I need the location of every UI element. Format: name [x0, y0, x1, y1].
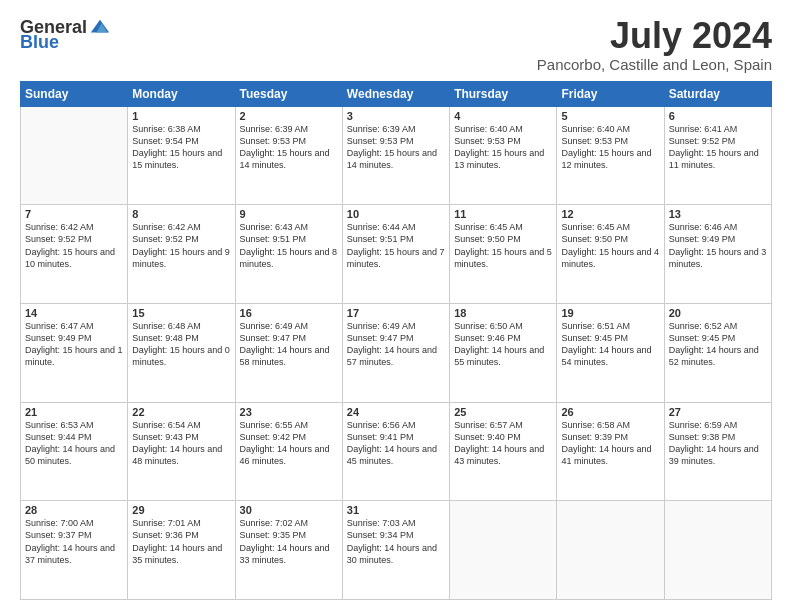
- cell-info: Sunrise: 6:45 AM Sunset: 9:50 PM Dayligh…: [561, 221, 659, 270]
- sunset-text: Sunset: 9:50 PM: [561, 234, 628, 244]
- cell-info: Sunrise: 6:55 AM Sunset: 9:42 PM Dayligh…: [240, 419, 338, 468]
- daylight-text: Daylight: 15 hours and 0 minutes.: [132, 345, 230, 367]
- header-wednesday: Wednesday: [342, 81, 449, 106]
- cell-info: Sunrise: 7:02 AM Sunset: 9:35 PM Dayligh…: [240, 517, 338, 566]
- daylight-text: Daylight: 14 hours and 55 minutes.: [454, 345, 544, 367]
- table-row: 27 Sunrise: 6:59 AM Sunset: 9:38 PM Dayl…: [664, 402, 771, 501]
- day-number: 27: [669, 406, 767, 418]
- daylight-text: Daylight: 15 hours and 1 minute.: [25, 345, 123, 367]
- header-thursday: Thursday: [450, 81, 557, 106]
- sunrise-text: Sunrise: 6:39 AM: [240, 124, 309, 134]
- day-number: 15: [132, 307, 230, 319]
- daylight-text: Daylight: 15 hours and 12 minutes.: [561, 148, 651, 170]
- sunrise-text: Sunrise: 6:54 AM: [132, 420, 201, 430]
- daylight-text: Daylight: 14 hours and 57 minutes.: [347, 345, 437, 367]
- table-row: [21, 106, 128, 205]
- table-row: 25 Sunrise: 6:57 AM Sunset: 9:40 PM Dayl…: [450, 402, 557, 501]
- daylight-text: Daylight: 15 hours and 11 minutes.: [669, 148, 759, 170]
- table-row: 11 Sunrise: 6:45 AM Sunset: 9:50 PM Dayl…: [450, 205, 557, 304]
- daylight-text: Daylight: 14 hours and 41 minutes.: [561, 444, 651, 466]
- sunrise-text: Sunrise: 6:52 AM: [669, 321, 738, 331]
- page: General Blue July 2024 Pancorbo, Castill…: [0, 0, 792, 612]
- sunset-text: Sunset: 9:49 PM: [25, 333, 92, 343]
- sunset-text: Sunset: 9:49 PM: [669, 234, 736, 244]
- cell-info: Sunrise: 6:51 AM Sunset: 9:45 PM Dayligh…: [561, 320, 659, 369]
- cell-info: Sunrise: 6:38 AM Sunset: 9:54 PM Dayligh…: [132, 123, 230, 172]
- sunrise-text: Sunrise: 6:41 AM: [669, 124, 738, 134]
- sunrise-text: Sunrise: 6:48 AM: [132, 321, 201, 331]
- day-number: 22: [132, 406, 230, 418]
- table-row: 13 Sunrise: 6:46 AM Sunset: 9:49 PM Dayl…: [664, 205, 771, 304]
- day-number: 24: [347, 406, 445, 418]
- sunset-text: Sunset: 9:51 PM: [240, 234, 307, 244]
- sunset-text: Sunset: 9:44 PM: [25, 432, 92, 442]
- cell-info: Sunrise: 6:57 AM Sunset: 9:40 PM Dayligh…: [454, 419, 552, 468]
- sunrise-text: Sunrise: 6:47 AM: [25, 321, 94, 331]
- calendar: Sunday Monday Tuesday Wednesday Thursday…: [20, 81, 772, 600]
- header: General Blue July 2024 Pancorbo, Castill…: [20, 16, 772, 73]
- cell-info: Sunrise: 6:42 AM Sunset: 9:52 PM Dayligh…: [25, 221, 123, 270]
- daylight-text: Daylight: 15 hours and 15 minutes.: [132, 148, 222, 170]
- table-row: 1 Sunrise: 6:38 AM Sunset: 9:54 PM Dayli…: [128, 106, 235, 205]
- sunset-text: Sunset: 9:41 PM: [347, 432, 414, 442]
- daylight-text: Daylight: 15 hours and 7 minutes.: [347, 247, 445, 269]
- daylight-text: Daylight: 15 hours and 4 minutes.: [561, 247, 659, 269]
- calendar-week-row: 21 Sunrise: 6:53 AM Sunset: 9:44 PM Dayl…: [21, 402, 772, 501]
- table-row: 12 Sunrise: 6:45 AM Sunset: 9:50 PM Dayl…: [557, 205, 664, 304]
- sunrise-text: Sunrise: 6:45 AM: [454, 222, 523, 232]
- sunset-text: Sunset: 9:50 PM: [454, 234, 521, 244]
- table-row: 22 Sunrise: 6:54 AM Sunset: 9:43 PM Dayl…: [128, 402, 235, 501]
- daylight-text: Daylight: 14 hours and 37 minutes.: [25, 543, 115, 565]
- sunset-text: Sunset: 9:52 PM: [25, 234, 92, 244]
- sunset-text: Sunset: 9:48 PM: [132, 333, 199, 343]
- sunset-text: Sunset: 9:54 PM: [132, 136, 199, 146]
- sunset-text: Sunset: 9:36 PM: [132, 530, 199, 540]
- sunset-text: Sunset: 9:53 PM: [347, 136, 414, 146]
- cell-info: Sunrise: 6:48 AM Sunset: 9:48 PM Dayligh…: [132, 320, 230, 369]
- sunrise-text: Sunrise: 6:56 AM: [347, 420, 416, 430]
- table-row: 17 Sunrise: 6:49 AM Sunset: 9:47 PM Dayl…: [342, 303, 449, 402]
- day-number: 10: [347, 208, 445, 220]
- daylight-text: Daylight: 15 hours and 5 minutes.: [454, 247, 552, 269]
- cell-info: Sunrise: 7:01 AM Sunset: 9:36 PM Dayligh…: [132, 517, 230, 566]
- daylight-text: Daylight: 14 hours and 52 minutes.: [669, 345, 759, 367]
- cell-info: Sunrise: 6:39 AM Sunset: 9:53 PM Dayligh…: [347, 123, 445, 172]
- sunset-text: Sunset: 9:37 PM: [25, 530, 92, 540]
- daylight-text: Daylight: 14 hours and 33 minutes.: [240, 543, 330, 565]
- cell-info: Sunrise: 6:53 AM Sunset: 9:44 PM Dayligh…: [25, 419, 123, 468]
- table-row: 31 Sunrise: 7:03 AM Sunset: 9:34 PM Dayl…: [342, 501, 449, 600]
- table-row: 21 Sunrise: 6:53 AM Sunset: 9:44 PM Dayl…: [21, 402, 128, 501]
- sunrise-text: Sunrise: 7:01 AM: [132, 518, 201, 528]
- day-number: 31: [347, 504, 445, 516]
- cell-info: Sunrise: 6:45 AM Sunset: 9:50 PM Dayligh…: [454, 221, 552, 270]
- daylight-text: Daylight: 15 hours and 10 minutes.: [25, 247, 115, 269]
- sunrise-text: Sunrise: 6:39 AM: [347, 124, 416, 134]
- table-row: 28 Sunrise: 7:00 AM Sunset: 9:37 PM Dayl…: [21, 501, 128, 600]
- header-saturday: Saturday: [664, 81, 771, 106]
- sunrise-text: Sunrise: 6:42 AM: [132, 222, 201, 232]
- daylight-text: Daylight: 15 hours and 13 minutes.: [454, 148, 544, 170]
- cell-info: Sunrise: 6:40 AM Sunset: 9:53 PM Dayligh…: [561, 123, 659, 172]
- table-row: 2 Sunrise: 6:39 AM Sunset: 9:53 PM Dayli…: [235, 106, 342, 205]
- cell-info: Sunrise: 6:46 AM Sunset: 9:49 PM Dayligh…: [669, 221, 767, 270]
- calendar-week-row: 7 Sunrise: 6:42 AM Sunset: 9:52 PM Dayli…: [21, 205, 772, 304]
- day-number: 18: [454, 307, 552, 319]
- sunrise-text: Sunrise: 6:38 AM: [132, 124, 201, 134]
- table-row: 20 Sunrise: 6:52 AM Sunset: 9:45 PM Dayl…: [664, 303, 771, 402]
- logo-blue: Blue: [20, 32, 59, 53]
- table-row: 16 Sunrise: 6:49 AM Sunset: 9:47 PM Dayl…: [235, 303, 342, 402]
- day-number: 2: [240, 110, 338, 122]
- sunset-text: Sunset: 9:45 PM: [561, 333, 628, 343]
- table-row: 4 Sunrise: 6:40 AM Sunset: 9:53 PM Dayli…: [450, 106, 557, 205]
- month-title: July 2024: [537, 16, 772, 56]
- header-tuesday: Tuesday: [235, 81, 342, 106]
- table-row: 7 Sunrise: 6:42 AM Sunset: 9:52 PM Dayli…: [21, 205, 128, 304]
- daylight-text: Daylight: 14 hours and 48 minutes.: [132, 444, 222, 466]
- table-row: [664, 501, 771, 600]
- cell-info: Sunrise: 6:41 AM Sunset: 9:52 PM Dayligh…: [669, 123, 767, 172]
- cell-info: Sunrise: 6:47 AM Sunset: 9:49 PM Dayligh…: [25, 320, 123, 369]
- day-number: 9: [240, 208, 338, 220]
- daylight-text: Daylight: 14 hours and 35 minutes.: [132, 543, 222, 565]
- day-number: 11: [454, 208, 552, 220]
- sunset-text: Sunset: 9:51 PM: [347, 234, 414, 244]
